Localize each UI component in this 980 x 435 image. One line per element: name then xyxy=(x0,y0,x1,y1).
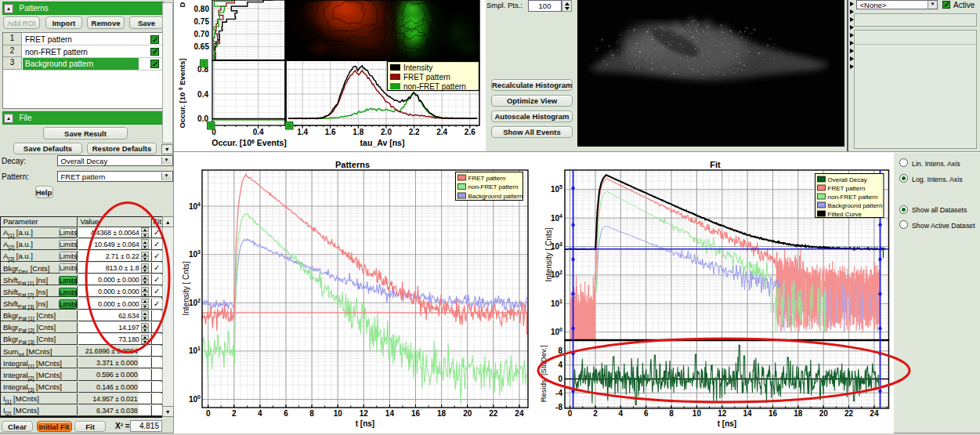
svg-text:6: 6 xyxy=(644,409,649,418)
svg-text:1.4: 1.4 xyxy=(297,128,308,136)
svg-text:1.6: 1.6 xyxy=(325,128,336,136)
svg-text:10: 10 xyxy=(693,409,702,418)
svg-text:-4: -4 xyxy=(555,389,562,397)
svg-text:4: 4 xyxy=(258,409,262,418)
svg-text:non-FRET pattern: non-FRET pattern xyxy=(468,183,519,190)
svg-text:0: 0 xyxy=(568,409,573,418)
svg-text:0: 0 xyxy=(558,375,562,383)
svg-text:Background pattern: Background pattern xyxy=(468,193,523,200)
svg-text:0.70: 0.70 xyxy=(194,30,210,38)
svg-text:14: 14 xyxy=(743,409,753,418)
svg-text:FRET pattern: FRET pattern xyxy=(828,185,866,192)
svg-text:0.4: 0.4 xyxy=(253,128,264,136)
svg-text:2.0: 2.0 xyxy=(381,128,392,136)
svg-text:Fitted Curve: Fitted Curve xyxy=(828,211,862,218)
svg-text:2: 2 xyxy=(232,409,237,418)
svg-text:14: 14 xyxy=(385,409,395,418)
svg-text:18: 18 xyxy=(794,409,803,418)
svg-text:4: 4 xyxy=(619,409,624,418)
svg-text:Background pattern: Background pattern xyxy=(828,202,883,209)
svg-text:20: 20 xyxy=(819,409,829,418)
svg-text:Intensity [ Cnts]: Intensity [ Cnts] xyxy=(182,261,190,315)
svg-text:FRET pattern: FRET pattern xyxy=(403,73,450,82)
svg-text:12: 12 xyxy=(360,409,369,418)
svg-text:2.2: 2.2 xyxy=(409,128,420,136)
svg-text:Fit: Fit xyxy=(710,160,721,169)
svg-text:t [ns]: t [ns] xyxy=(356,419,374,428)
svg-text:non-FRET pattern: non-FRET pattern xyxy=(403,82,466,91)
svg-text:Overall Decay: Overall Decay xyxy=(828,176,867,183)
svg-text:6: 6 xyxy=(284,409,288,418)
svg-text:D: D xyxy=(178,2,186,7)
svg-text:0.75: 0.75 xyxy=(194,17,210,26)
svg-text:0: 0 xyxy=(206,409,211,418)
svg-text:Patterns: Patterns xyxy=(335,160,370,169)
svg-text:10: 10 xyxy=(334,409,343,418)
svg-text:2: 2 xyxy=(593,409,598,418)
svg-text:8: 8 xyxy=(669,409,674,418)
svg-text:24: 24 xyxy=(870,409,879,418)
svg-text:24: 24 xyxy=(515,409,524,418)
svg-text:16: 16 xyxy=(411,409,421,418)
svg-text:Occur. [106 Events]: Occur. [106 Events] xyxy=(212,138,287,147)
svg-text:FRET pattern: FRET pattern xyxy=(468,175,506,182)
svg-text:16: 16 xyxy=(768,409,778,418)
svg-text:0.65: 0.65 xyxy=(194,42,210,51)
svg-text:-8: -8 xyxy=(555,403,562,411)
svg-text:18: 18 xyxy=(437,409,447,418)
svg-text:0.80: 0.80 xyxy=(194,5,210,13)
svg-text:Intensity: Intensity xyxy=(403,63,432,72)
svg-text:0.4: 0.4 xyxy=(197,90,208,99)
svg-text:4: 4 xyxy=(558,361,562,369)
svg-text:Occur. [10 6 Events]: Occur. [10 6 Events] xyxy=(178,58,186,128)
svg-text:tau_Av [ns]: tau_Av [ns] xyxy=(360,138,405,147)
svg-text:12: 12 xyxy=(718,409,727,418)
svg-text:20: 20 xyxy=(463,409,472,418)
svg-text:2.6: 2.6 xyxy=(465,128,476,136)
svg-text:non-FRET pattern: non-FRET pattern xyxy=(828,194,878,201)
svg-text:1.8: 1.8 xyxy=(353,128,363,136)
svg-text:8: 8 xyxy=(309,409,314,418)
svg-text:22: 22 xyxy=(489,409,498,418)
svg-text:22: 22 xyxy=(844,409,854,418)
svg-text:Intensity [ Cnts]: Intensity [ Cnts] xyxy=(544,227,553,281)
svg-text:t [ns]: t [ns] xyxy=(718,419,736,428)
svg-text:2.4: 2.4 xyxy=(436,128,447,136)
